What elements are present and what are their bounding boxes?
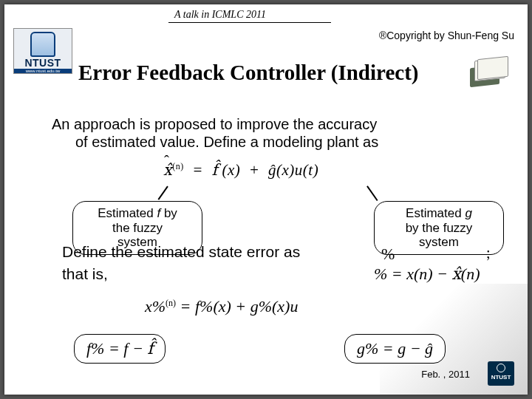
paragraph-1-line-1: An approach is proposed to improve the a… xyxy=(52,116,377,132)
eq-main-lhs-var: x̂ xyxy=(163,161,172,179)
ntust-logo: NTUST www.ntust.edu.tw xyxy=(13,28,72,74)
eq-main-lhs-sup: (n) xyxy=(172,161,184,171)
callout-g-var: g xyxy=(465,206,471,220)
callout-g-text-3: system xyxy=(419,235,459,249)
equation-main: x̂(n) = f̂ (x) + ĝ(x)u(t) xyxy=(163,161,318,180)
box-g-tilde: g% = g − ĝ xyxy=(344,334,446,364)
paragraph-2-trail: ; xyxy=(486,245,491,262)
callout-g-text-2: by the fuzzy xyxy=(406,221,473,235)
eq-main-g-term: ĝ(x)u(t) xyxy=(268,161,318,179)
ntust-emblem-icon xyxy=(30,32,55,57)
ntust-logo-url: www.ntust.edu.tw xyxy=(14,69,72,73)
paragraph-1: An approach is proposed to improve the a… xyxy=(52,115,498,151)
error-symbol-inline: % xyxy=(381,245,395,264)
paragraph-2: Define the estimated state error as xyxy=(62,243,300,261)
eq-main-f-term: f̂ (x) xyxy=(212,161,241,179)
callout-g-text-1: Estimated xyxy=(406,206,465,220)
paragraph-1-line-2: of estimated value. Define a modeling pl… xyxy=(52,133,498,151)
callout-f-text-1: Estimated xyxy=(98,206,157,220)
eq2-rhs: = f%(x) + g%(x)u xyxy=(176,297,298,316)
book-icon xyxy=(470,56,511,87)
copyright-line: ®Copyright by Shun-Feng Su xyxy=(379,30,514,41)
equation-second: x%(n) = f%(x) + g%(x)u xyxy=(145,297,298,316)
ntust-mini-logo: NTUST xyxy=(488,361,514,386)
eq2-lhs: x% xyxy=(145,297,166,316)
slide-title: Error Feedback Controller (Indirect) xyxy=(78,61,418,85)
talk-line: A talk in ICMLC 2011 xyxy=(174,9,266,21)
box-f-tilde: f% = f − f̂ xyxy=(74,334,166,364)
callout-f-leader xyxy=(158,186,168,200)
ntust-logo-text: NTUST xyxy=(14,57,72,69)
paragraph-3: that is, xyxy=(62,265,108,283)
eq2-lhs-sup: (n) xyxy=(166,298,176,308)
callout-g-leader xyxy=(366,186,378,202)
slide: A talk in ICMLC 2011 ®Copyright by Shun-… xyxy=(4,4,528,395)
callout-f-text-2: the fuzzy xyxy=(112,221,163,235)
mini-logo-text: NTUST xyxy=(491,374,511,381)
paragraph-2-text: Define the estimated state error as xyxy=(62,243,300,260)
footer-date: Feb. , 2011 xyxy=(421,369,470,380)
mini-logo-dot-icon xyxy=(497,364,505,372)
error-def-equation: % = x(n) − x̂(n) xyxy=(374,265,480,284)
callout-f-text-1b: by xyxy=(160,206,177,220)
